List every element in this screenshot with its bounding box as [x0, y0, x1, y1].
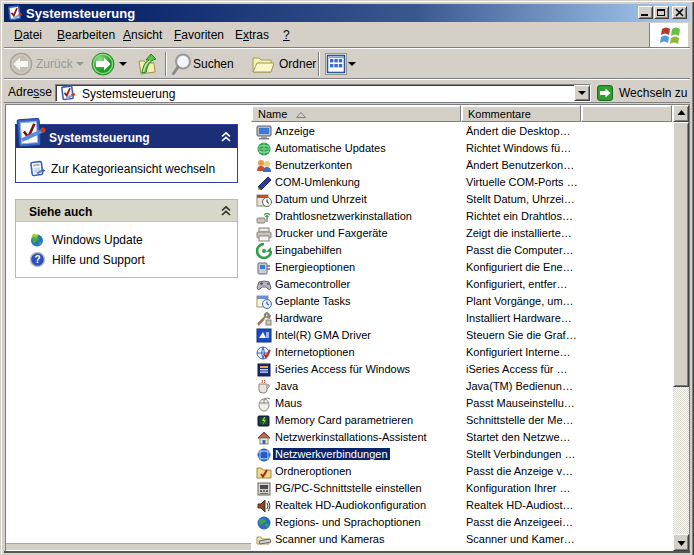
svg-text:?: ? [34, 254, 40, 265]
